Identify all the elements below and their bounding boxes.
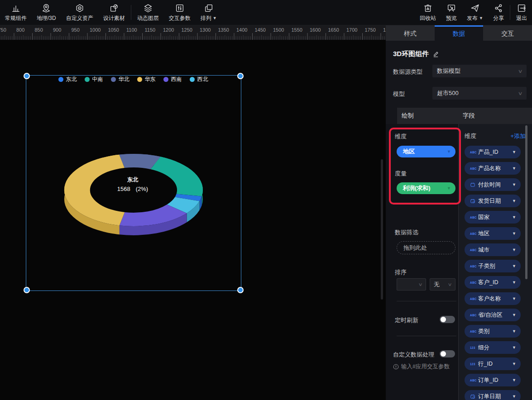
toolbar-button-arrange[interactable]: 排列▼: [196, 0, 222, 25]
chart-legend: 东北中南华北华东西南西北: [26, 76, 240, 83]
fields-scrollbar[interactable]: [525, 125, 527, 279]
field-pill-地区[interactable]: ABC地区▼: [465, 227, 521, 240]
horizontal-ruler: 7508008509009501000105011001150120012501…: [0, 25, 386, 40]
custom-processing-toggle[interactable]: [440, 350, 455, 357]
edit-pencil-icon[interactable]: [432, 51, 439, 57]
toolbar-button-preview-screen[interactable]: 预览: [441, 0, 462, 25]
panel-tab-交互[interactable]: 交互: [483, 25, 532, 41]
legend-item-中南[interactable]: 中南: [85, 76, 103, 83]
toolbar-button-bar-chart[interactable]: 常规组件: [0, 0, 32, 25]
field-pill-行_ID[interactable]: 123行_ID▼: [465, 357, 521, 370]
svg-text:1500: 1500: [273, 27, 284, 33]
timed-refresh-label: 定时刷新: [395, 316, 418, 324]
bar-chart-icon: [11, 3, 21, 13]
toolbar-button-layers[interactable]: 动态图层: [132, 0, 164, 25]
data-filter-label: 数据筛选: [395, 229, 418, 237]
field-pill-客户_ID[interactable]: ABC客户_ID▼: [465, 276, 521, 289]
fields-group-label: 维度: [465, 132, 476, 140]
svg-text:1150: 1150: [145, 27, 156, 33]
toolbar-button-map-pin[interactable]: 地理/3D: [32, 0, 61, 25]
sort-order-select[interactable]: 无 ∨: [430, 278, 455, 290]
resize-handle-bottom-left[interactable]: [24, 287, 30, 293]
toolbar-button-design-asset[interactable]: 设计素材: [98, 0, 130, 25]
chevron-down-icon: ▼: [512, 166, 516, 171]
field-pill-城市[interactable]: ABC城市▼: [465, 243, 521, 256]
measure-pill[interactable]: 利润(求和) ▼: [397, 182, 455, 194]
canvas-scrollbar[interactable]: [381, 159, 383, 300]
filter-drop-zone[interactable]: 拖到此处: [397, 241, 455, 254]
map-pin-icon: [41, 3, 51, 13]
toolbar-button-trash[interactable]: 回收站: [415, 0, 441, 25]
field-pill-细分[interactable]: 123细分▼: [465, 341, 521, 354]
legend-label: 华东: [145, 76, 156, 83]
panel-tab-数据[interactable]: 数据: [435, 25, 484, 41]
toolbar-button-label: 动态图层: [137, 14, 159, 22]
abc-field-icon: ABC: [470, 330, 478, 333]
field-pill-订单日期[interactable]: 订单日期▼: [465, 390, 521, 400]
svg-text:900: 900: [53, 27, 61, 33]
field-pill-子类别[interactable]: ABC子类别▼: [465, 260, 521, 272]
sort-field-select[interactable]: ∨: [397, 278, 426, 290]
timed-refresh-toggle[interactable]: [440, 316, 455, 323]
field-pill-客户名称[interactable]: ABC客户名称▼: [465, 292, 521, 305]
field-pill-发货日期[interactable]: 发货日期▼: [465, 195, 521, 207]
toolbar-button-paper-plane[interactable]: 发布▼: [462, 0, 488, 25]
abc-field-icon: ABC: [470, 281, 478, 284]
field-pill-类别[interactable]: ABC类别▼: [465, 325, 521, 338]
abc-field-icon: ABC: [470, 379, 478, 382]
abc-field-icon: ABC: [470, 167, 478, 170]
sort-label: 排序: [395, 268, 407, 276]
svg-text:1350: 1350: [218, 27, 229, 33]
component-selection-box[interactable]: [26, 75, 241, 291]
panel-tab-样式[interactable]: 样式: [386, 25, 435, 41]
legend-item-华东[interactable]: 华东: [137, 76, 156, 83]
toolbar-button-exit[interactable]: 退出: [511, 0, 532, 25]
chevron-down-icon: ▼: [512, 264, 516, 268]
arrange-icon: [204, 3, 214, 13]
chevron-down-icon: ▼: [512, 296, 516, 301]
field-pill-付款时间[interactable]: 付款时间▼: [465, 178, 521, 191]
svg-text:1100: 1100: [126, 27, 137, 33]
toolbar-left-group: 常规组件地理/3D自定义资产设计素材动态图层交互参数排列▼: [0, 0, 222, 25]
chevron-down-icon: ∨: [447, 282, 452, 287]
field-label: 城市: [478, 246, 489, 254]
chevron-down-icon: ▼: [512, 394, 516, 399]
field-label: 细分: [478, 344, 489, 352]
field-pill-产品_ID[interactable]: ABC产品_ID▼: [465, 146, 521, 158]
toolbar-button-label: 自定义资产: [66, 14, 93, 22]
model-select[interactable]: 超市500 ∨: [432, 87, 527, 100]
number-field-icon: 123: [470, 346, 478, 349]
resize-handle-bottom-right[interactable]: [237, 287, 244, 293]
subtab-fields[interactable]: 字段: [463, 112, 475, 120]
abc-field-icon: ABC: [470, 151, 478, 154]
draw-fields-subtabs: 绘制 字段: [397, 108, 532, 124]
field-pill-国家[interactable]: ABC国家▼: [465, 211, 521, 224]
toolbar-button-label: 交互参数: [169, 14, 191, 22]
field-pill-订单_ID[interactable]: ABC订单_ID▼: [465, 374, 521, 386]
field-label: 行_ID: [478, 360, 493, 368]
sliders-icon: [175, 3, 185, 13]
legend-label: 华北: [119, 76, 129, 83]
design-canvas[interactable]: 东北中南华北华东西南西北 东北 1568(2%): [0, 40, 386, 400]
toolbar-button-sliders[interactable]: 交互参数: [164, 0, 196, 25]
sort-order-value: 无: [434, 281, 440, 289]
field-label: 发货日期: [478, 197, 501, 205]
dimension-pill[interactable]: 地区 ▼: [397, 146, 455, 157]
legend-item-西南[interactable]: 西南: [163, 76, 182, 83]
add-field-button[interactable]: +添加: [510, 132, 526, 140]
toolbar-button-hexagon-asset[interactable]: 自定义资产: [61, 0, 98, 25]
chevron-down-icon: ▼: [512, 378, 516, 382]
field-pill-产品名称[interactable]: ABC产品名称▼: [465, 162, 521, 175]
legend-item-华北[interactable]: 华北: [111, 76, 129, 83]
svg-text:1600: 1600: [310, 27, 321, 33]
svg-text:1750: 1750: [365, 27, 376, 33]
subtab-draw[interactable]: 绘制: [402, 112, 414, 120]
field-pill-省/自治区[interactable]: ABC省/自治区▼: [465, 309, 521, 321]
measure-label: 度量: [395, 170, 407, 178]
datasource-type-select[interactable]: 数据模型 ∨: [432, 65, 527, 77]
field-label: 产品_ID: [478, 148, 498, 156]
chevron-down-icon: ▼: [512, 199, 516, 203]
toolbar-button-share-nodes[interactable]: 分享: [488, 0, 509, 25]
legend-item-东北[interactable]: 东北: [58, 76, 77, 83]
legend-item-西北[interactable]: 西北: [190, 76, 208, 83]
